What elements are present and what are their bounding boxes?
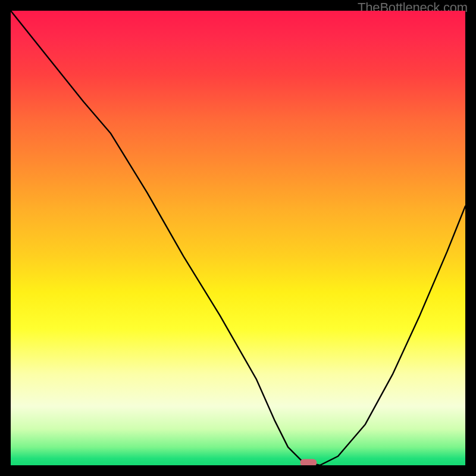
optimal-marker: [300, 459, 317, 465]
chart-container: TheBottleneck.com: [0, 0, 476, 476]
chart-svg: [11, 11, 465, 465]
plot-area: [11, 11, 465, 465]
bottleneck-curve: [11, 11, 465, 465]
